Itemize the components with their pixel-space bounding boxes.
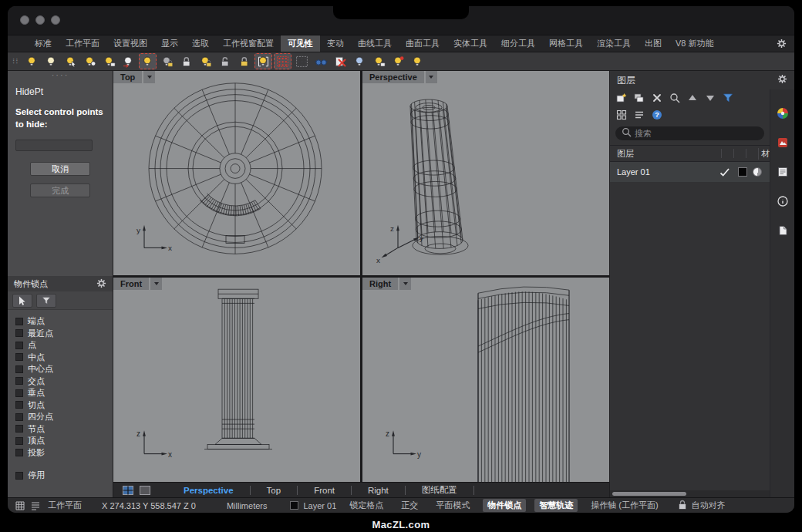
clip-glasses-icon[interactable] xyxy=(312,53,330,69)
osnap-checkbox-中点[interactable] xyxy=(15,353,23,361)
new-layer-icon[interactable] xyxy=(614,91,629,105)
osnap-checkbox-顶点[interactable] xyxy=(15,437,23,445)
osnap-item-垂点[interactable]: 垂点 xyxy=(15,387,105,399)
search-input[interactable] xyxy=(635,129,759,138)
osnap-item-投影[interactable]: 投影 xyxy=(15,447,105,460)
done-button[interactable]: 完成 xyxy=(30,184,90,197)
chevron-down-icon[interactable] xyxy=(143,71,155,83)
osnap-item-中心点[interactable]: 中心点 xyxy=(15,363,105,375)
menu-tab-显示[interactable]: 显示 xyxy=(154,35,185,52)
viewport-tab-Front[interactable]: Front xyxy=(298,486,351,495)
settings-gear-icon[interactable] xyxy=(777,35,787,52)
viewport-perspective-title[interactable]: Perspective xyxy=(362,71,424,83)
osnap-item-端点[interactable]: 端点 xyxy=(15,315,105,328)
viewport-right-title[interactable]: Right xyxy=(362,278,398,290)
command-input[interactable] xyxy=(15,140,93,151)
close-button[interactable] xyxy=(20,15,29,25)
menu-tab-出图[interactable]: 出图 xyxy=(638,35,669,52)
panel-drag-handle[interactable]: ···· xyxy=(8,71,113,82)
status-toggle-正交[interactable]: 正交 xyxy=(396,499,423,512)
osnap-pointer-icon[interactable] xyxy=(12,294,32,308)
menu-tab-设置视图[interactable]: 设置视图 xyxy=(106,35,154,52)
column-layer[interactable]: 图层 xyxy=(617,148,721,160)
units-button[interactable]: Millimeters xyxy=(227,501,268,510)
osnap-filter-icon[interactable] xyxy=(36,294,56,308)
osnap-checkbox-最近点[interactable] xyxy=(15,329,23,337)
osnap-disable-checkbox[interactable] xyxy=(15,472,23,480)
menu-tab-曲面工具[interactable]: 曲面工具 xyxy=(399,35,446,52)
layers-gear-icon[interactable] xyxy=(777,74,787,86)
color-wheel-icon[interactable] xyxy=(776,106,790,120)
single-view-icon[interactable] xyxy=(138,484,152,497)
osnap-item-最近点[interactable]: 最近点 xyxy=(15,328,105,340)
layer-search-box[interactable] xyxy=(615,126,764,140)
layer-material-icon[interactable] xyxy=(753,167,762,177)
osnap-checkbox-节点[interactable] xyxy=(15,425,23,433)
status-toggle-自动对齐[interactable]: 自动对齐 xyxy=(672,498,730,513)
four-view-icon[interactable] xyxy=(121,484,135,497)
layer-color-swatch[interactable] xyxy=(738,167,747,177)
menu-tab-标准[interactable]: 标准 xyxy=(28,35,59,52)
lock-open-icon[interactable] xyxy=(216,53,234,69)
osnap-item-点[interactable]: 点 xyxy=(15,339,105,352)
viewport-top[interactable]: yx Top xyxy=(113,71,360,275)
match-layer-icon[interactable] xyxy=(667,91,682,105)
bulb-lock-yellow-icon[interactable] xyxy=(197,53,214,69)
help-icon[interactable]: ? xyxy=(649,108,665,122)
viewport-tab-Perspective[interactable]: Perspective xyxy=(167,486,250,495)
properties-icon[interactable] xyxy=(776,165,790,179)
info-icon[interactable] xyxy=(776,194,790,208)
menu-tab-选取[interactable]: 选取 xyxy=(185,35,216,52)
osnap-item-顶点[interactable]: 顶点 xyxy=(15,435,105,447)
menu-tab-实体工具[interactable]: 实体工具 xyxy=(446,35,494,52)
list-menu-icon[interactable] xyxy=(632,108,647,122)
new-sublayer-icon[interactable] xyxy=(632,91,647,105)
osnap-item-disable[interactable]: 停用 xyxy=(15,470,113,482)
scrollbar-thumb[interactable] xyxy=(612,492,686,496)
bulb-framed-icon[interactable] xyxy=(254,53,272,69)
delete-layer-icon[interactable] xyxy=(649,91,665,105)
grid-icon[interactable] xyxy=(14,500,26,512)
menu-tab-渲染工具[interactable]: 渲染工具 xyxy=(590,35,638,52)
osnap-checkbox-端点[interactable] xyxy=(15,318,23,325)
osnap-checkbox-垂点[interactable] xyxy=(15,389,23,397)
osnap-item-交点[interactable]: 交点 xyxy=(15,375,105,388)
menu-tab-可见性[interactable]: 可见性 xyxy=(281,35,320,52)
lock-closed-icon[interactable] xyxy=(177,53,195,69)
osnap-item-四分点[interactable]: 四分点 xyxy=(15,411,105,423)
lock-key-icon[interactable] xyxy=(235,53,253,69)
filter-funnel-icon[interactable] xyxy=(720,91,736,105)
toolbar-grip[interactable]: ⁝⁝ xyxy=(12,57,19,66)
bulb-pointer-icon[interactable] xyxy=(62,53,79,69)
list-icon[interactable] xyxy=(29,500,42,512)
bulb-swap-icon[interactable] xyxy=(120,53,137,69)
cancel-button[interactable]: 取消 xyxy=(30,162,90,176)
menu-tab-变动[interactable]: 变动 xyxy=(320,35,351,52)
notes-icon[interactable] xyxy=(776,224,790,237)
clip-bulb-icon[interactable] xyxy=(351,53,369,69)
osnap-checkbox-中心点[interactable] xyxy=(15,365,23,373)
viewport-right[interactable]: zy Right xyxy=(362,278,609,482)
status-toggle-平面模式[interactable]: 平面模式 xyxy=(431,499,474,512)
move-up-icon[interactable] xyxy=(685,91,700,105)
menu-tab-工作平面[interactable]: 工作平面 xyxy=(59,35,106,52)
bulb-pair-icon[interactable] xyxy=(81,53,99,69)
osnap-checkbox-切点[interactable] xyxy=(15,401,23,409)
column-material[interactable]: 材 xyxy=(758,148,770,160)
bulb-all-icon[interactable] xyxy=(409,53,426,69)
osnap-checkbox-交点[interactable] xyxy=(15,377,23,385)
viewport-tab-Top[interactable]: Top xyxy=(251,486,298,495)
viewport-tab-Right[interactable]: Right xyxy=(352,486,405,495)
zoom-button[interactable] xyxy=(51,15,60,25)
viewport-perspective[interactable]: zyx Perspective xyxy=(362,71,609,275)
osnap-item-中点[interactable]: 中点 xyxy=(15,352,105,364)
bulb-on-icon[interactable] xyxy=(23,53,41,69)
osnap-item-节点[interactable]: 节点 xyxy=(15,423,105,436)
current-layer-check-icon[interactable] xyxy=(716,167,733,177)
viewport-front[interactable]: zx Front xyxy=(113,278,360,482)
viewport-tab-图纸配置[interactable]: 图纸配置 xyxy=(406,484,473,496)
osnap-checkbox-投影[interactable] xyxy=(15,449,23,456)
osnap-item-切点[interactable]: 切点 xyxy=(15,399,105,412)
bulb-object-icon[interactable] xyxy=(389,53,407,69)
horizontal-scrollbar[interactable] xyxy=(610,490,770,497)
